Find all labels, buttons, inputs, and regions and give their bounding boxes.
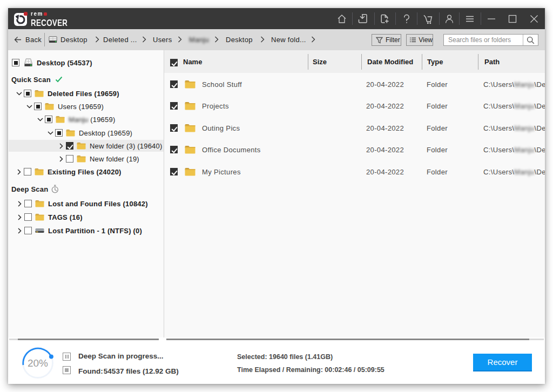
svg-text:20%: 20% <box>28 357 48 369</box>
